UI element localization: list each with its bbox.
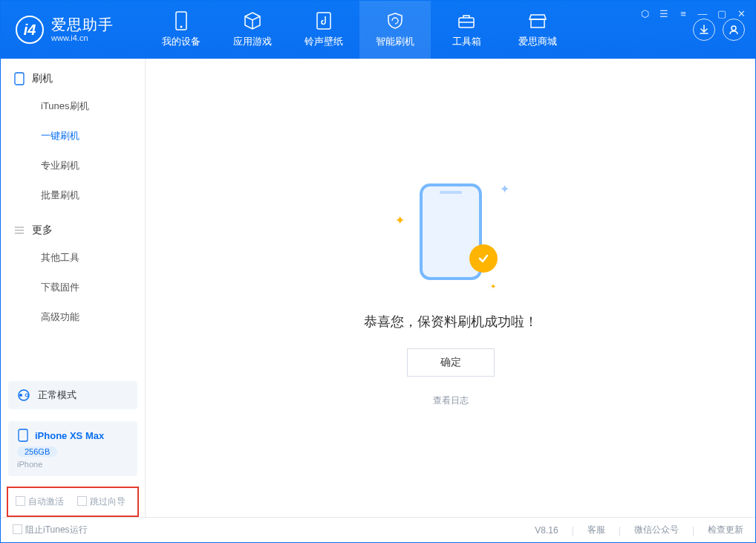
footer: 阻止iTunes运行 V8.16 | 客服 | 微信公众号 | 检查更新 bbox=[1, 517, 755, 542]
bottom-options: 自动激活 跳过向导 bbox=[7, 487, 139, 517]
sidebar-item-pro-flash[interactable]: 专业刷机 bbox=[1, 151, 145, 181]
music-file-icon bbox=[314, 11, 333, 30]
device-capacity: 256GB bbox=[17, 446, 57, 457]
sidebar-section-more: 更多 bbox=[1, 210, 145, 243]
sidebar-item-advanced[interactable]: 高级功能 bbox=[1, 302, 145, 332]
ok-button[interactable]: 确定 bbox=[407, 348, 495, 377]
body: 刷机 iTunes刷机 一键刷机 专业刷机 批量刷机 更多 其他工具 下载固件 … bbox=[1, 59, 755, 517]
tab-apps-games[interactable]: 应用游戏 bbox=[217, 1, 288, 59]
device-card[interactable]: iPhone XS Max 256GB iPhone bbox=[8, 421, 137, 476]
tab-label: 我的设备 bbox=[162, 35, 201, 48]
svg-rect-7 bbox=[15, 73, 24, 85]
tab-label: 应用游戏 bbox=[233, 35, 272, 48]
device-small-icon bbox=[17, 429, 29, 442]
view-log-link[interactable]: 查看日志 bbox=[433, 394, 469, 407]
checkbox-icon[interactable] bbox=[77, 496, 87, 506]
sparkle-icon: ✦ bbox=[395, 213, 405, 227]
sidebar-item-other-tools[interactable]: 其他工具 bbox=[1, 243, 145, 273]
tab-label: 爱思商城 bbox=[518, 35, 557, 48]
header-wrap: ⬡ ☰ ≡ — ▢ ✕ i4 爱思助手 www.i4.cn 我的设备 bbox=[1, 1, 755, 59]
tab-my-device[interactable]: 我的设备 bbox=[146, 1, 217, 59]
list-icon[interactable]: ☰ bbox=[657, 7, 671, 20]
sparkle-icon: ✦ bbox=[500, 182, 509, 196]
tab-smart-flash[interactable]: 智能刷机 bbox=[359, 1, 431, 59]
checkbox-icon[interactable] bbox=[13, 524, 22, 534]
check-badge-icon bbox=[469, 244, 498, 273]
svg-rect-5 bbox=[531, 19, 544, 27]
user-button[interactable] bbox=[723, 19, 745, 41]
tab-toolbox[interactable]: 工具箱 bbox=[431, 1, 502, 59]
shirt-icon[interactable]: ⬡ bbox=[638, 7, 651, 20]
opt-auto-activate[interactable]: 自动激活 bbox=[16, 495, 64, 508]
success-illustration: ✦ ✦ ✦ bbox=[388, 169, 514, 295]
footer-link-wechat[interactable]: 微信公众号 bbox=[634, 524, 679, 536]
sidebar-item-download-firmware[interactable]: 下载固件 bbox=[1, 273, 145, 302]
mode-icon bbox=[17, 388, 30, 402]
header-tabs: 我的设备 应用游戏 铃声壁纸 bbox=[146, 1, 573, 59]
list-icon bbox=[14, 225, 25, 235]
device-icon bbox=[172, 11, 191, 30]
sidebar-item-one-click-flash[interactable]: 一键刷机 bbox=[1, 121, 145, 151]
svg-rect-2 bbox=[317, 13, 330, 29]
sidebar: 刷机 iTunes刷机 一键刷机 专业刷机 批量刷机 更多 其他工具 下载固件 … bbox=[1, 59, 146, 517]
footer-link-support[interactable]: 客服 bbox=[587, 524, 605, 536]
svg-point-6 bbox=[731, 26, 736, 30]
opt-block-itunes[interactable]: 阻止iTunes运行 bbox=[13, 524, 88, 536]
app-logo: i4 爱思助手 www.i4.cn bbox=[1, 1, 146, 59]
close-button[interactable]: ✕ bbox=[734, 7, 748, 20]
app-window: ⬡ ☰ ≡ — ▢ ✕ i4 爱思助手 www.i4.cn 我的设备 bbox=[0, 0, 756, 543]
store-icon bbox=[528, 11, 547, 30]
version-label: V8.16 bbox=[535, 525, 558, 536]
tab-label: 智能刷机 bbox=[376, 35, 414, 48]
success-message: 恭喜您，保资料刷机成功啦！ bbox=[364, 313, 538, 331]
main-panel: ✦ ✦ ✦ 恭喜您，保资料刷机成功啦！ 确定 查看日志 bbox=[146, 59, 755, 517]
app-title: 爱思助手 bbox=[51, 16, 114, 33]
device-type: iPhone bbox=[17, 460, 128, 469]
menu-icon[interactable]: ≡ bbox=[677, 7, 690, 20]
svg-point-9 bbox=[19, 394, 22, 397]
minimize-button[interactable]: — bbox=[696, 7, 709, 20]
device-name: iPhone XS Max bbox=[35, 430, 104, 441]
mode-label: 正常模式 bbox=[38, 388, 76, 402]
tab-ringtone-wallpaper[interactable]: 铃声壁纸 bbox=[288, 1, 359, 59]
sparkle-icon: ✦ bbox=[490, 282, 496, 290]
mode-card[interactable]: 正常模式 bbox=[8, 381, 137, 409]
footer-right: V8.16 | 客服 | 微信公众号 | 检查更新 bbox=[535, 524, 743, 536]
logo-icon: i4 bbox=[16, 16, 44, 44]
section-title: 刷机 bbox=[32, 72, 53, 85]
sidebar-item-batch-flash[interactable]: 批量刷机 bbox=[1, 181, 145, 210]
download-button[interactable] bbox=[693, 19, 715, 41]
svg-rect-11 bbox=[19, 429, 27, 441]
svg-point-1 bbox=[180, 26, 183, 28]
svg-point-10 bbox=[25, 394, 28, 397]
tab-label: 铃声壁纸 bbox=[304, 35, 343, 48]
toolbox-icon bbox=[457, 11, 476, 30]
refresh-shield-icon bbox=[385, 11, 405, 30]
opt-skip-guide[interactable]: 跳过向导 bbox=[77, 495, 126, 508]
tab-label: 工具箱 bbox=[452, 35, 481, 48]
sidebar-item-itunes-flash[interactable]: iTunes刷机 bbox=[1, 91, 145, 121]
sidebar-section-flash: 刷机 bbox=[1, 59, 145, 91]
checkbox-icon[interactable] bbox=[16, 496, 25, 506]
footer-link-update[interactable]: 检查更新 bbox=[708, 524, 743, 536]
cube-icon bbox=[243, 11, 262, 30]
tab-store[interactable]: 爱思商城 bbox=[502, 1, 573, 59]
phone-icon bbox=[14, 72, 25, 85]
app-subtitle: www.i4.cn bbox=[51, 33, 114, 43]
section-title: 更多 bbox=[32, 224, 53, 237]
maximize-button[interactable]: ▢ bbox=[715, 7, 729, 20]
window-controls: ⬡ ☰ ≡ — ▢ ✕ bbox=[638, 7, 748, 20]
